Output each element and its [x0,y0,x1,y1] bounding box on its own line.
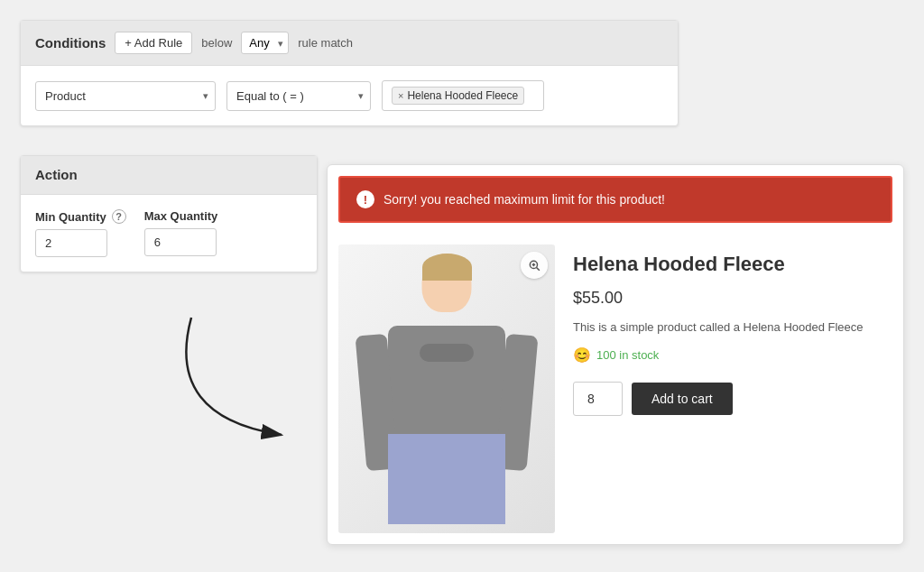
below-text: below [201,36,232,50]
any-select[interactable]: Any [241,32,289,54]
rule-match-text: rule match [298,36,353,50]
conditions-row: Product Category SKU Tag Equal to ( = ) … [21,66,678,125]
figure-head [422,254,472,312]
conditions-header: Conditions + Add Rule below Any rule mat… [21,21,678,66]
product-info: Helena Hooded Fleece $55.00 This is a si… [573,244,892,416]
product-price: $55.00 [573,289,892,308]
figure-body [388,326,505,524]
any-select-wrapper: Any [241,32,289,54]
action-panel: Action Min Quantity ? Max Quantity [20,155,318,272]
min-quantity-help-icon[interactable]: ? [112,209,126,224]
min-quantity-input[interactable] [35,229,107,257]
svg-line-2 [537,268,540,271]
tag-value: Helena Hooded Fleece [407,89,518,102]
product-image-container [338,244,555,533]
tag-item: × Helena Hooded Fleece [392,87,524,105]
max-quantity-label: Max Quantity [144,209,218,223]
product-image [338,244,555,533]
product-description: This is a simple product called a Helena… [573,318,892,337]
max-quantity-group: Max Quantity [144,209,218,257]
tag-close-icon[interactable]: × [398,90,403,101]
min-quantity-label: Min Quantity ? [35,209,126,224]
figure-hair [422,254,472,281]
product-dropdown-wrapper: Product Category SKU Tag [35,81,216,111]
stock-status: 😊 100 in stock [573,346,892,364]
figure-pants [388,434,505,524]
tag-input-container[interactable]: × Helena Hooded Fleece [382,80,544,111]
add-to-cart-row: Add to cart [573,382,892,416]
operator-dropdown[interactable]: Equal to ( = ) Not equal to Greater than… [226,81,371,111]
conditions-panel: Conditions + Add Rule below Any rule mat… [20,20,679,126]
product-body: Helena Hooded Fleece $55.00 This is a si… [328,234,903,544]
connecting-arrow [137,309,345,453]
min-quantity-group: Min Quantity ? [35,209,126,257]
max-quantity-input[interactable] [144,228,217,256]
action-header: Action [21,156,317,195]
add-to-cart-button[interactable]: Add to cart [632,383,733,415]
cart-quantity-input[interactable] [573,382,623,416]
stock-text: 100 in stock [596,348,659,362]
add-rule-button[interactable]: + Add Rule [115,32,192,54]
stock-icon: 😊 [573,346,591,364]
action-body: Min Quantity ? Max Quantity [21,195,317,272]
product-figure [356,254,537,524]
product-name: Helena Hooded Fleece [573,252,892,278]
error-banner: ! Sorry! you reached maximum limit for t… [338,176,892,223]
conditions-title: Conditions [35,35,106,51]
action-title: Action [35,167,78,182]
product-dropdown[interactable]: Product Category SKU Tag [35,81,216,111]
figure-hood [420,344,474,362]
operator-dropdown-wrapper: Equal to ( = ) Not equal to Greater than… [226,81,371,111]
error-icon: ! [356,190,374,208]
error-message: Sorry! you reached maximum limit for thi… [383,192,665,207]
product-card: ! Sorry! you reached maximum limit for t… [327,164,904,545]
zoom-icon[interactable] [521,252,548,279]
